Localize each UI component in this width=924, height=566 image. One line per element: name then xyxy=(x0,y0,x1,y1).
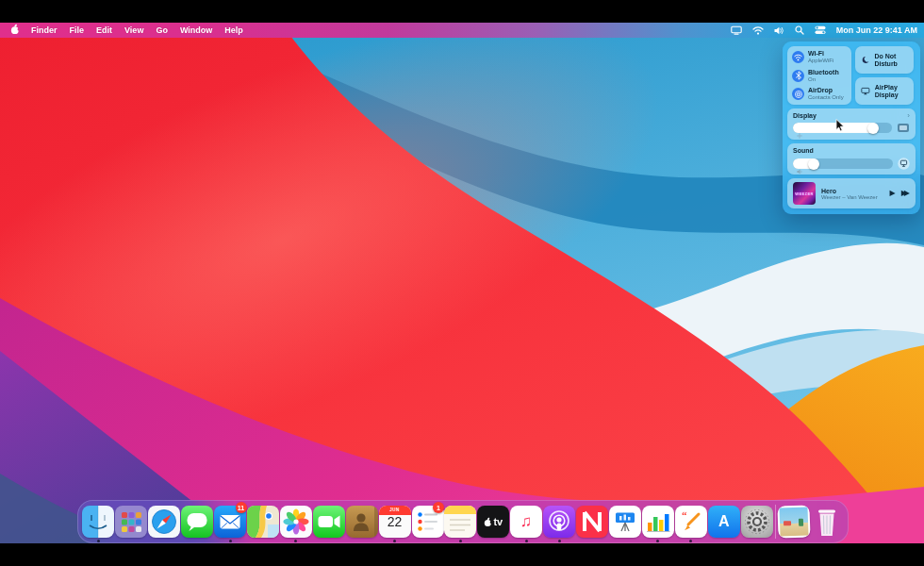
brightness-knob[interactable] xyxy=(867,123,879,134)
do-not-disturb-toggle[interactable]: Do Not Disturb xyxy=(855,46,914,74)
running-indicator xyxy=(393,540,396,542)
music-icon: ♫ xyxy=(510,506,542,538)
volume-knob[interactable] xyxy=(808,158,819,170)
running-indicator xyxy=(689,540,692,542)
news-icon xyxy=(576,506,608,538)
dock-music[interactable]: ♫ xyxy=(510,500,543,543)
podcasts-icon xyxy=(543,506,575,538)
running-indicator xyxy=(97,540,100,542)
menu-item-file[interactable]: File xyxy=(70,25,85,35)
keynote-icon xyxy=(609,506,641,538)
album-art: WEEZER xyxy=(793,182,816,205)
dock-mail[interactable]: 11 xyxy=(214,500,247,543)
trash-icon xyxy=(811,506,843,538)
dock-reminders[interactable]: 1 xyxy=(411,500,444,543)
now-playing-title: Hero xyxy=(821,188,884,194)
play-button[interactable]: ▶ xyxy=(890,190,896,197)
running-indicator xyxy=(656,540,659,542)
airdrop-status: Contacts Only xyxy=(808,94,844,101)
dock-facetime[interactable] xyxy=(312,500,345,543)
dock-launchpad[interactable] xyxy=(115,500,148,543)
wifi-toggle[interactable]: Wi-Fi AppleWiFi xyxy=(792,50,847,64)
apple-tv-icon: tv xyxy=(477,506,509,538)
letterbox-bottom xyxy=(0,543,924,566)
menu-item-window[interactable]: Window xyxy=(180,25,212,35)
airdrop-toggle[interactable]: AirDrop Contacts Only xyxy=(792,87,847,101)
notes-icon xyxy=(444,506,476,538)
bluetooth-icon xyxy=(792,70,804,82)
wifi-status: AppleWiFi xyxy=(808,58,833,64)
running-indicator xyxy=(294,540,297,542)
pages-icon: “ xyxy=(675,506,707,538)
control-center-panel: Wi-Fi AppleWiFi Bluetooth On AirDrop Con… xyxy=(783,42,920,214)
chevron-right-icon[interactable]: › xyxy=(907,111,910,120)
dock-calendar[interactable]: JUN 22 xyxy=(378,500,411,543)
fast-forward-button[interactable]: ▶▶ xyxy=(901,190,910,197)
svg-text:“: “ xyxy=(682,509,687,521)
airplay-display-icon xyxy=(861,85,870,97)
display-card: Display › xyxy=(787,108,916,140)
dock-numbers[interactable] xyxy=(641,500,674,543)
bluetooth-status: On xyxy=(808,76,839,83)
spotlight-search-icon[interactable] xyxy=(795,25,804,35)
apple-logo-icon xyxy=(10,24,20,35)
dock-apple-tv[interactable]: tv xyxy=(477,500,510,543)
tv-label: tv xyxy=(493,516,503,527)
menu-item-view[interactable]: View xyxy=(124,25,143,35)
display-settings-icon[interactable] xyxy=(897,123,910,133)
running-indicator xyxy=(229,540,232,542)
facetime-icon xyxy=(313,506,345,538)
screen-mirroring-icon[interactable] xyxy=(731,25,742,35)
dock-pages[interactable]: “ xyxy=(674,500,707,543)
letterbox-top xyxy=(0,0,924,23)
dock-keynote[interactable] xyxy=(609,500,642,543)
dock-app-store[interactable]: A xyxy=(707,500,740,543)
dock-messages[interactable] xyxy=(181,500,214,543)
volume-menu-icon[interactable] xyxy=(774,26,784,35)
menu-bar-status: Mon Jun 22 9:41 AM xyxy=(731,23,917,38)
bluetooth-toggle[interactable]: Bluetooth On xyxy=(792,69,847,83)
running-indicator xyxy=(459,540,462,542)
airdrop-label: AirDrop xyxy=(808,87,844,94)
mouse-cursor xyxy=(835,119,845,132)
control-center-icon[interactable] xyxy=(815,25,826,35)
maps-icon xyxy=(247,506,279,538)
dock-contacts[interactable] xyxy=(345,500,378,543)
connectivity-card: Wi-Fi AppleWiFi Bluetooth On AirDrop Con… xyxy=(787,46,851,105)
volume-slider[interactable] xyxy=(793,158,893,169)
dock-safari[interactable] xyxy=(148,500,181,543)
menu-item-finder[interactable]: Finder xyxy=(31,25,58,35)
dock-system-preferences[interactable] xyxy=(740,500,773,543)
launchpad-icon xyxy=(115,506,147,538)
dock-downloads-stack[interactable] xyxy=(778,500,811,543)
dnd-label: Do Not Disturb xyxy=(874,53,908,68)
dock-notes[interactable] xyxy=(444,500,477,543)
airplay-audio-icon[interactable] xyxy=(898,158,910,170)
dock-news[interactable] xyxy=(576,500,609,543)
finder-icon xyxy=(82,506,114,538)
calendar-day: 22 xyxy=(379,514,411,529)
airplay-display-toggle[interactable]: AirPlay Display xyxy=(855,77,914,105)
moon-icon xyxy=(861,54,869,66)
dock-trash[interactable] xyxy=(811,500,844,543)
menu-item-help[interactable]: Help xyxy=(224,25,243,35)
macos-desktop: { "menu_bar": { "items": ["Finder", "Fil… xyxy=(0,0,924,566)
display-label: Display xyxy=(793,112,910,120)
menu-item-edit[interactable]: Edit xyxy=(96,25,112,35)
speaker-icon xyxy=(797,161,803,178)
brightness-icon xyxy=(797,125,802,142)
sound-card: Sound xyxy=(787,143,916,175)
dock-maps[interactable] xyxy=(247,500,280,543)
downloads-stack-icon xyxy=(778,505,811,538)
mail-badge: 11 xyxy=(236,502,247,513)
menu-bar-left: Finder File Edit View Go Window Help xyxy=(0,24,256,37)
dock-photos[interactable] xyxy=(279,500,312,543)
wifi-menu-icon[interactable] xyxy=(752,26,764,35)
dock-finder[interactable] xyxy=(82,500,115,543)
contacts-icon xyxy=(346,506,378,538)
menu-item-go[interactable]: Go xyxy=(156,25,168,35)
now-playing-artist: Weezer – Van Weezer xyxy=(821,194,884,200)
dock-podcasts[interactable] xyxy=(543,500,576,543)
apple-menu[interactable] xyxy=(10,24,20,37)
menu-bar-clock[interactable]: Mon Jun 22 9:41 AM xyxy=(836,25,917,35)
